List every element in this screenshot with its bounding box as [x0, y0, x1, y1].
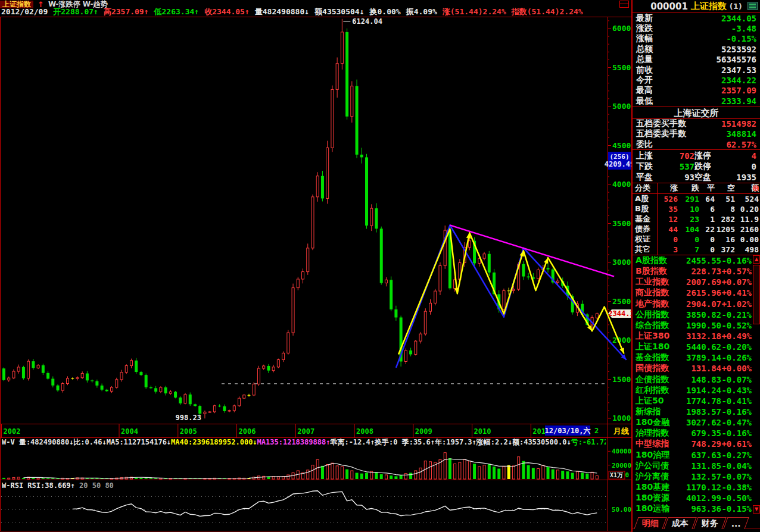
index-row[interactable]: 基金指数3789.14-0.26%	[633, 352, 760, 363]
svg-text:998.23: 998.23	[176, 414, 201, 422]
index-row[interactable]: 企债指数148.83-0.07%	[633, 374, 760, 385]
stock-code: 000001	[650, 1, 688, 12]
candlestick-chart[interactable]: 1000.01500.02000.02500.03000.03500.04000…	[0, 17, 631, 532]
ohlc-field: 换0.00%	[370, 8, 401, 17]
quote-value: 5253592	[721, 45, 756, 54]
tab-明细[interactable]: 明细	[634, 517, 666, 529]
index-row[interactable]: A股指数2455.55-0.16%	[633, 255, 760, 266]
tab-...[interactable]: ...	[723, 517, 749, 529]
index-row[interactable]: 公用指数3850.82-0.21%	[633, 309, 760, 320]
svg-text:3500.0: 3500.0	[612, 219, 631, 228]
tab-成本[interactable]: 成本	[664, 517, 696, 529]
trade-date: 2012/02/09	[1, 8, 48, 17]
class-table-row: 债券441042212052160	[633, 224, 760, 234]
scroll-up-icon[interactable]: ▲	[753, 255, 760, 264]
index-row[interactable]: 沪公司债131.85-0.04%	[633, 461, 760, 471]
index-list: A股指数2455.55-0.16%B股指数228.73+0.57%工业指数200…	[633, 255, 760, 515]
index-row[interactable]: 180金融3027.62-0.47%	[633, 417, 760, 428]
svg-text:400000: 400000	[612, 447, 631, 455]
svg-text:2002: 2002	[4, 427, 21, 436]
index-row[interactable]: 沪分离债132.57-0.07%	[633, 471, 760, 482]
quote-value: 2347.53	[721, 65, 756, 75]
quote-label: 今开	[636, 75, 653, 86]
up-arrow-icon: ↑	[38, 1, 44, 8]
index-row[interactable]: 红利指数1914.24-0.43%	[633, 385, 760, 396]
svg-text:4000.0: 4000.0	[612, 180, 631, 189]
quote-value: 2357.09	[721, 86, 756, 95]
quote-value: -0.15%	[726, 34, 756, 43]
index-row[interactable]: 国债指数131.84+0.00%	[633, 363, 760, 374]
svg-text:2004: 2004	[121, 427, 138, 436]
quote-label: 总量	[636, 54, 653, 65]
depth-row: 五档委卖手数348814	[633, 129, 760, 139]
svg-text:5000.0: 5000.0	[612, 102, 631, 111]
index-row[interactable]: 中型综指748.29+0.61%	[633, 439, 760, 449]
class-table-row: 基金1223128211.9	[633, 214, 760, 224]
svg-text:0: 0	[625, 471, 629, 479]
quote-value: -3.48	[731, 24, 756, 33]
chart-title-bar: 上证指数 ↑ W-涨跌停 W-趋势	[0, 0, 631, 8]
class-table-row: B股3510680.20	[633, 204, 760, 214]
index-row[interactable]: 工业指数2007.69+0.07%	[633, 277, 760, 287]
svg-text:X1万: X1万	[610, 472, 623, 478]
svg-text:2007: 2007	[297, 427, 314, 436]
quote-label: 最低	[636, 96, 653, 107]
quote-panel-title: 000001 上证指数 (1)	[633, 0, 760, 13]
index-row[interactable]: B股指数228.73+0.57%	[633, 266, 760, 277]
stock-name: 上证指数	[691, 1, 727, 12]
index-row[interactable]: 180治理637.63-0.27%	[633, 450, 760, 461]
quote-row: 涨幅-0.15%	[633, 34, 760, 44]
exchange-name: 上海证交所	[633, 107, 760, 119]
ohlc-field: 低2263.34↑	[154, 8, 200, 17]
index-row[interactable]: 治理指数679.35-0.16%	[633, 428, 760, 439]
ohlc-field: 振4.09%	[406, 8, 437, 17]
breadth-row: 平盘93空盘1935	[633, 172, 760, 183]
quote-row: 前收2347.53	[633, 65, 760, 75]
ohlc-field: 额43530504↓	[314, 8, 364, 17]
ohlc-field: 收2344.05↑	[204, 8, 250, 17]
class-table-row: A股5262916451524	[633, 194, 760, 204]
index-row[interactable]: 180资源4012.99-0.50%	[633, 493, 760, 503]
breadth-row: 下跌537跌停0	[633, 161, 760, 172]
index-row[interactable]: 180基建1170.12-0.38%	[633, 482, 760, 493]
quote-value: 2344.22	[721, 76, 756, 85]
quote-label: 涨幅	[636, 33, 653, 44]
svg-text:4209.49: 4209.49	[605, 160, 631, 168]
depth-rows: 五档委买手数1514982五档委卖手数348814委比62.57%	[633, 119, 760, 150]
index-row[interactable]: 地产指数2904.07+1.02%	[633, 299, 760, 309]
chart-area[interactable]: 上证指数 ↑ W-涨跌停 W-趋势 2012/02/09 开2288.07↑高2…	[0, 0, 631, 532]
quote-row: 最高2357.09	[633, 86, 760, 96]
svg-text:2: 2	[594, 427, 599, 435]
quote-value: 2333.94	[721, 96, 756, 106]
svg-text:2010: 2010	[474, 427, 491, 436]
index-row[interactable]: 上证3803132.18+0.49%	[633, 331, 760, 342]
scrollbar[interactable]: ▲▼	[753, 255, 760, 515]
window-icon[interactable]	[619, 1, 629, 8]
ohlc-field: 涨(51.44)2.24%	[443, 8, 506, 17]
svg-text:6000.0: 6000.0	[612, 24, 631, 33]
title-bar-icon[interactable]	[747, 2, 758, 10]
svg-text:1500.0: 1500.0	[612, 375, 631, 384]
quote-panel: 000001 上证指数 (1) 最新2344.05涨跌-3.48涨幅-0.15%…	[631, 0, 760, 532]
index-row[interactable]: 上证501774.78-0.41%	[633, 396, 760, 406]
quote-label: 最新	[636, 13, 653, 24]
class-table: 分类涨跌平空额⊕A股5262916451524B股3510680.20基金122…	[633, 183, 760, 255]
depth-row: 委比62.57%	[633, 139, 760, 149]
svg-text:50.00: 50.00	[612, 506, 631, 514]
stock-suffix: (1)	[730, 2, 742, 11]
index-row[interactable]: 180运输963.36-0.15%	[633, 503, 760, 514]
svg-text:2000.0: 2000.0	[612, 336, 631, 345]
scroll-down-icon[interactable]: ▼	[753, 505, 760, 514]
svg-text:2008: 2008	[356, 427, 373, 436]
crosshair-icon[interactable]: ⊕	[752, 183, 759, 193]
quote-label: 前收	[636, 65, 653, 76]
index-row[interactable]: 上证1805440.62-0.20%	[633, 342, 760, 352]
index-row[interactable]: 商业指数2615.96+0.41%	[633, 287, 760, 298]
scroll-thumb[interactable]	[753, 265, 760, 324]
index-row[interactable]: 新综指1983.57-0.16%	[633, 406, 760, 417]
breadth-row: 上涨702涨停4	[633, 150, 760, 161]
svg-text:200000: 200000	[612, 462, 631, 470]
index-row[interactable]: 综合指数1990.50-0.52%	[633, 320, 760, 331]
tab-财务[interactable]: 财务	[693, 517, 726, 529]
svg-text:3000.0: 3000.0	[612, 258, 631, 267]
